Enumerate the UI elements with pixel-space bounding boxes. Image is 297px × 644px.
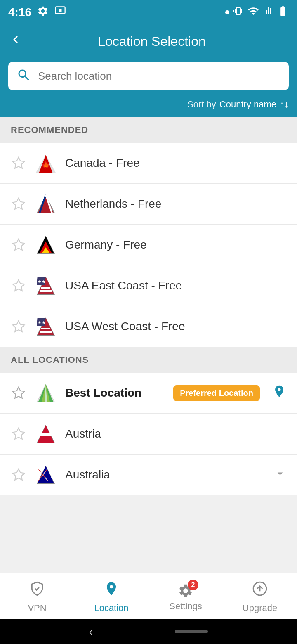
screen-record-icon (54, 5, 66, 20)
star-icon[interactable] (11, 196, 26, 212)
best-location-label: Best Location (65, 386, 165, 400)
best-location-flag-icon (35, 382, 57, 404)
austria-flag-icon (35, 423, 57, 445)
germany-flag-icon (35, 234, 57, 256)
star-icon[interactable] (11, 155, 26, 171)
list-item[interactable]: ★★ USA West Coast - Free (0, 306, 297, 347)
vibrate-icon (233, 5, 243, 19)
sort-value[interactable]: Country name (219, 99, 276, 110)
austria-label: Austria (65, 427, 286, 440)
search-input-wrap[interactable] (8, 62, 289, 90)
svg-marker-30 (13, 387, 24, 398)
preferred-location-badge: Preferred Location (173, 385, 260, 401)
star-icon[interactable] (11, 278, 26, 294)
nav-vpn-label: VPN (28, 603, 46, 613)
nav-item-location[interactable]: Location (74, 573, 148, 619)
star-icon[interactable] (11, 237, 26, 253)
back-sys-button[interactable]: ‹ (89, 625, 93, 638)
sort-row: Sort by Country name ↑↓ (0, 96, 297, 117)
svg-marker-2 (13, 157, 24, 168)
top-bar: Location Selection (0, 25, 297, 58)
section-header-all: ALL LOCATIONS (0, 347, 297, 373)
home-sys-button[interactable] (175, 630, 208, 633)
signal-icon (263, 5, 273, 19)
svg-marker-23 (13, 321, 24, 332)
nav-location-label: Location (94, 603, 128, 613)
settings-badge: 2 (188, 580, 198, 590)
nav-settings-label: Settings (169, 601, 202, 612)
nav-item-vpn[interactable]: VPN (0, 573, 74, 619)
svg-text:✦: ✦ (50, 474, 54, 480)
list-item[interactable]: Netherlands - Free (0, 184, 297, 225)
star-icon[interactable] (11, 385, 26, 401)
nav-item-settings[interactable]: 2 Settings (148, 573, 223, 619)
battery-icon (277, 5, 289, 19)
list-item[interactable]: ★★ USA East Coast - Free (0, 265, 297, 306)
chevron-down-icon[interactable] (274, 467, 286, 483)
list-item[interactable]: 🍁 Canada - Free (0, 143, 297, 184)
section-header-recommended: RECOMMENDED (0, 117, 297, 143)
usa-east-flag-icon: ★★ (35, 275, 57, 297)
svg-text:🍁: 🍁 (41, 161, 51, 170)
svg-marker-16 (13, 280, 24, 291)
star-icon[interactable] (11, 467, 26, 483)
netherlands-flag-icon (35, 193, 57, 215)
location-pin-icon (272, 384, 286, 402)
svg-text:★★: ★★ (38, 279, 46, 284)
gear-status-icon (37, 5, 49, 20)
star-icon[interactable] (11, 319, 26, 334)
australia-flag-icon: ✦ (35, 464, 57, 486)
svg-marker-6 (13, 198, 24, 209)
canada-flag-icon: 🍁 (35, 152, 57, 174)
wifi-icon (248, 5, 259, 19)
list-container: RECOMMENDED 🍁 Canada - Free (0, 117, 297, 578)
dot-icon (225, 10, 229, 14)
bottom-nav: VPN Location 2 Settings Upgrade (0, 573, 297, 619)
svg-marker-39 (13, 469, 24, 480)
search-input[interactable] (38, 70, 280, 83)
usa-west-flag-icon: ★★ (35, 315, 57, 338)
back-button[interactable] (8, 32, 23, 50)
nav-upgrade-label: Upgrade (243, 603, 277, 613)
settings-badge-wrap: 2 (178, 583, 193, 599)
list-item-australia[interactable]: ✦ Australia (0, 455, 297, 495)
location-pin-nav-icon (104, 581, 119, 600)
svg-rect-1 (59, 9, 62, 12)
status-bar: 4:16 (0, 0, 297, 25)
svg-marker-35 (13, 428, 24, 439)
australia-label: Australia (65, 468, 266, 481)
search-bar (0, 58, 297, 96)
list-item[interactable]: Germany - Free (0, 225, 297, 265)
upgrade-icon (252, 581, 268, 600)
svg-text:★★: ★★ (38, 320, 46, 325)
shield-icon (29, 581, 45, 600)
star-icon[interactable] (11, 426, 26, 442)
list-item-austria[interactable]: Austria (0, 414, 297, 455)
sort-arrows-icon[interactable]: ↑↓ (280, 99, 289, 110)
canada-label: Canada - Free (65, 156, 286, 170)
page-title: Location Selection (31, 34, 272, 49)
system-nav-bar: ‹ (0, 619, 297, 644)
usa-east-label: USA East Coast - Free (65, 279, 286, 292)
search-icon (16, 68, 31, 84)
list-item-best[interactable]: Best Location Preferred Location (0, 373, 297, 414)
nav-item-upgrade[interactable]: Upgrade (223, 573, 297, 619)
svg-marker-11 (13, 239, 24, 250)
status-time: 4:16 (8, 6, 31, 19)
status-icons (225, 5, 289, 19)
germany-label: Germany - Free (65, 238, 286, 251)
sort-label: Sort by (187, 99, 216, 110)
usa-west-label: USA West Coast - Free (65, 320, 286, 333)
netherlands-label: Netherlands - Free (65, 197, 286, 211)
